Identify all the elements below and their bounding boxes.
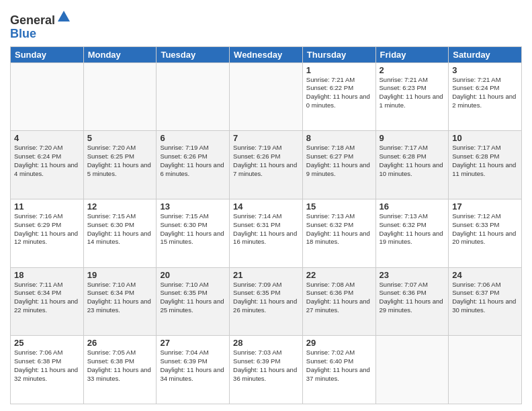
logo: General Blue (10, 9, 71, 41)
day-info: Sunrise: 7:17 AM Sunset: 6:28 PM Dayligh… (380, 144, 445, 178)
calendar-cell: 27Sunrise: 7:04 AM Sunset: 6:39 PM Dayli… (157, 336, 230, 404)
calendar-cell (83, 62, 157, 131)
calendar-cell (157, 62, 230, 131)
calendar-cell: 25Sunrise: 7:06 AM Sunset: 6:38 PM Dayli… (11, 336, 84, 404)
logo-general: General (10, 13, 55, 27)
header: General Blue (10, 7, 522, 41)
weekday-header-saturday: Saturday (449, 46, 522, 62)
day-info: Sunrise: 7:05 AM Sunset: 6:38 PM Dayligh… (87, 349, 153, 383)
calendar-cell: 28Sunrise: 7:03 AM Sunset: 6:39 PM Dayli… (230, 336, 303, 404)
day-info: Sunrise: 7:21 AM Sunset: 6:23 PM Dayligh… (380, 76, 445, 110)
calendar-cell: 16Sunrise: 7:13 AM Sunset: 6:32 PM Dayli… (375, 199, 449, 267)
day-info: Sunrise: 7:08 AM Sunset: 6:36 PM Dayligh… (306, 281, 372, 315)
calendar-cell: 4Sunrise: 7:20 AM Sunset: 6:24 PM Daylig… (11, 131, 84, 199)
day-number: 23 (380, 270, 445, 280)
day-info: Sunrise: 7:17 AM Sunset: 6:28 PM Dayligh… (452, 144, 518, 178)
day-info: Sunrise: 7:03 AM Sunset: 6:39 PM Dayligh… (233, 349, 299, 383)
day-info: Sunrise: 7:06 AM Sunset: 6:37 PM Dayligh… (452, 281, 518, 315)
weekday-header-sunday: Sunday (11, 46, 84, 62)
day-info: Sunrise: 7:21 AM Sunset: 6:22 PM Dayligh… (306, 76, 372, 110)
day-number: 16 (380, 201, 445, 212)
calendar-cell: 14Sunrise: 7:14 AM Sunset: 6:31 PM Dayli… (230, 199, 303, 267)
calendar-cell (375, 336, 449, 404)
day-number: 29 (306, 338, 372, 348)
day-number: 19 (87, 270, 153, 280)
calendar-cell: 7Sunrise: 7:19 AM Sunset: 6:26 PM Daylig… (230, 131, 303, 199)
day-info: Sunrise: 7:19 AM Sunset: 6:26 PM Dayligh… (160, 144, 226, 178)
day-number: 4 (14, 133, 80, 143)
day-number: 14 (233, 201, 299, 212)
day-number: 22 (306, 270, 372, 280)
calendar-cell: 26Sunrise: 7:05 AM Sunset: 6:38 PM Dayli… (83, 336, 157, 404)
day-number: 26 (87, 338, 153, 348)
day-number: 8 (306, 133, 372, 143)
calendar-cell: 15Sunrise: 7:13 AM Sunset: 6:32 PM Dayli… (302, 199, 375, 267)
week-row-3: 11Sunrise: 7:16 AM Sunset: 6:29 PM Dayli… (11, 199, 522, 267)
day-info: Sunrise: 7:13 AM Sunset: 6:32 PM Dayligh… (380, 212, 445, 246)
day-info: Sunrise: 7:06 AM Sunset: 6:38 PM Dayligh… (14, 349, 80, 383)
day-number: 24 (452, 270, 518, 280)
day-number: 9 (380, 133, 445, 143)
day-number: 18 (14, 270, 80, 280)
day-info: Sunrise: 7:07 AM Sunset: 6:36 PM Dayligh… (380, 281, 445, 315)
calendar-cell: 22Sunrise: 7:08 AM Sunset: 6:36 PM Dayli… (302, 267, 375, 336)
day-number: 2 (380, 65, 445, 75)
svg-marker-0 (58, 11, 70, 21)
week-row-2: 4Sunrise: 7:20 AM Sunset: 6:24 PM Daylig… (11, 131, 522, 199)
calendar-cell: 6Sunrise: 7:19 AM Sunset: 6:26 PM Daylig… (157, 131, 230, 199)
day-info: Sunrise: 7:16 AM Sunset: 6:29 PM Dayligh… (14, 212, 80, 246)
weekday-header-tuesday: Tuesday (157, 46, 230, 62)
day-number: 25 (14, 338, 80, 348)
day-info: Sunrise: 7:13 AM Sunset: 6:32 PM Dayligh… (306, 212, 372, 246)
day-info: Sunrise: 7:02 AM Sunset: 6:40 PM Dayligh… (306, 349, 372, 383)
day-number: 10 (452, 133, 518, 143)
week-row-5: 25Sunrise: 7:06 AM Sunset: 6:38 PM Dayli… (11, 336, 522, 404)
day-info: Sunrise: 7:10 AM Sunset: 6:34 PM Dayligh… (87, 281, 153, 315)
page: General Blue SundayMondayTuesdayWednesda… (0, 0, 532, 411)
calendar-cell: 18Sunrise: 7:11 AM Sunset: 6:34 PM Dayli… (11, 267, 84, 336)
day-number: 13 (160, 201, 226, 212)
calendar-cell: 11Sunrise: 7:16 AM Sunset: 6:29 PM Dayli… (11, 199, 84, 267)
day-number: 27 (160, 338, 226, 348)
day-number: 5 (87, 133, 153, 143)
logo-blue-text: Blue (10, 28, 71, 41)
day-number: 7 (233, 133, 299, 143)
day-info: Sunrise: 7:15 AM Sunset: 6:30 PM Dayligh… (87, 212, 153, 246)
day-number: 17 (452, 201, 518, 212)
day-number: 15 (306, 201, 372, 212)
day-info: Sunrise: 7:21 AM Sunset: 6:24 PM Dayligh… (452, 76, 518, 110)
logo-icon (56, 9, 71, 24)
logo-blue: Blue (10, 27, 36, 40)
day-number: 12 (87, 201, 153, 212)
day-info: Sunrise: 7:11 AM Sunset: 6:34 PM Dayligh… (14, 281, 80, 315)
day-info: Sunrise: 7:18 AM Sunset: 6:27 PM Dayligh… (306, 144, 372, 178)
day-info: Sunrise: 7:20 AM Sunset: 6:24 PM Dayligh… (14, 144, 80, 178)
day-info: Sunrise: 7:19 AM Sunset: 6:26 PM Dayligh… (233, 144, 299, 178)
day-info: Sunrise: 7:20 AM Sunset: 6:25 PM Dayligh… (87, 144, 153, 178)
calendar-cell: 8Sunrise: 7:18 AM Sunset: 6:27 PM Daylig… (302, 131, 375, 199)
logo-text: General (10, 9, 71, 28)
calendar-cell: 2Sunrise: 7:21 AM Sunset: 6:23 PM Daylig… (375, 62, 449, 131)
calendar-table: SundayMondayTuesdayWednesdayThursdayFrid… (10, 46, 522, 404)
weekday-header-friday: Friday (375, 46, 449, 62)
calendar-cell: 24Sunrise: 7:06 AM Sunset: 6:37 PM Dayli… (449, 267, 522, 336)
calendar-cell: 12Sunrise: 7:15 AM Sunset: 6:30 PM Dayli… (83, 199, 157, 267)
weekday-header-row: SundayMondayTuesdayWednesdayThursdayFrid… (11, 46, 522, 62)
calendar-cell: 17Sunrise: 7:12 AM Sunset: 6:33 PM Dayli… (449, 199, 522, 267)
day-info: Sunrise: 7:09 AM Sunset: 6:35 PM Dayligh… (233, 281, 299, 315)
day-number: 3 (452, 65, 518, 75)
calendar-cell: 20Sunrise: 7:10 AM Sunset: 6:35 PM Dayli… (157, 267, 230, 336)
day-info: Sunrise: 7:15 AM Sunset: 6:30 PM Dayligh… (160, 212, 226, 246)
day-number: 28 (233, 338, 299, 348)
calendar-cell (230, 62, 303, 131)
calendar-cell: 21Sunrise: 7:09 AM Sunset: 6:35 PM Dayli… (230, 267, 303, 336)
week-row-1: 1Sunrise: 7:21 AM Sunset: 6:22 PM Daylig… (11, 62, 522, 131)
day-number: 1 (306, 65, 372, 75)
calendar-cell: 13Sunrise: 7:15 AM Sunset: 6:30 PM Dayli… (157, 199, 230, 267)
calendar-cell (11, 62, 84, 131)
day-info: Sunrise: 7:12 AM Sunset: 6:33 PM Dayligh… (452, 212, 518, 246)
calendar-cell: 29Sunrise: 7:02 AM Sunset: 6:40 PM Dayli… (302, 336, 375, 404)
calendar-cell: 19Sunrise: 7:10 AM Sunset: 6:34 PM Dayli… (83, 267, 157, 336)
calendar-cell: 10Sunrise: 7:17 AM Sunset: 6:28 PM Dayli… (449, 131, 522, 199)
calendar-cell: 3Sunrise: 7:21 AM Sunset: 6:24 PM Daylig… (449, 62, 522, 131)
